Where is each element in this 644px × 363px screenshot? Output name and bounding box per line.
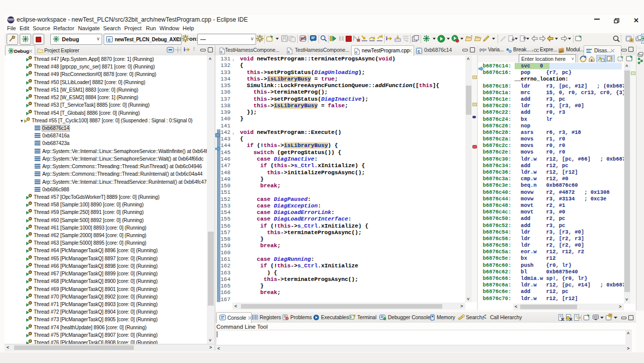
svg-text:c: c: [220, 49, 223, 54]
svg-text:x: x: [531, 48, 533, 53]
svg-text:c: c: [418, 48, 420, 53]
svg-text:c: c: [355, 50, 358, 54]
svg-text:c: c: [108, 37, 111, 42]
svg-text:c: c: [288, 49, 290, 54]
